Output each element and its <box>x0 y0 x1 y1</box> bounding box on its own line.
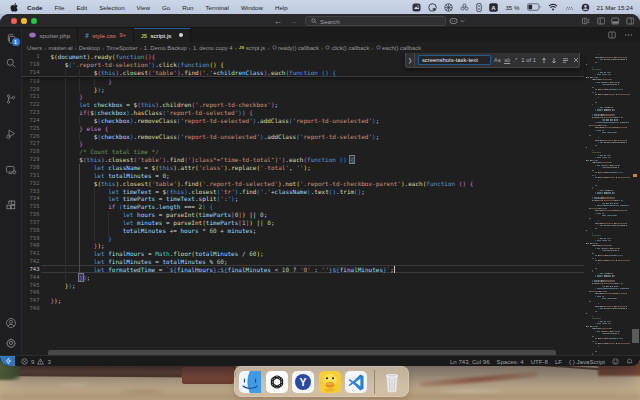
run-debug-icon[interactable] <box>0 128 22 140</box>
breadcrumb-item[interactable]: master-al <box>48 45 72 51</box>
line-number: 733 <box>22 188 40 196</box>
cursor-position[interactable]: Ln 743, Col 96 <box>450 358 490 365</box>
dirty-indicator[interactable] <box>179 33 183 37</box>
editor[interactable]: 719 }720 });721 }722 let checkbox = $(th… <box>22 53 640 366</box>
menu-app-name[interactable]: Code <box>18 4 48 11</box>
apple-menu[interactable] <box>10 3 18 12</box>
breadcrumb-item[interactable]: Users <box>27 45 42 51</box>
tab-label: spotter.php <box>40 32 71 39</box>
close-window-button[interactable] <box>11 18 18 25</box>
symbol-icon <box>325 45 330 50</box>
search-icon[interactable] <box>0 57 22 69</box>
feedback-smiley-icon[interactable] <box>612 358 619 365</box>
account-icon[interactable] <box>0 317 22 329</box>
breadcrumb-item[interactable]: Desktop <box>79 45 100 51</box>
settings-gear-icon[interactable] <box>0 337 22 349</box>
tab-script.js[interactable]: JSscript.js <box>134 28 191 42</box>
line-number: 727 <box>22 140 40 148</box>
regex-icon[interactable]: .* <box>514 57 518 63</box>
breadcrumb-item[interactable]: 1. demo copy 4 <box>193 45 233 51</box>
line-number: 744 <box>22 274 40 282</box>
breadcrumb-item[interactable]: TimeSpotter <box>106 45 137 51</box>
toggle-replace-chevron[interactable]: ❯ <box>406 53 415 67</box>
dock-finder-icon[interactable] <box>239 371 261 393</box>
knot-icon[interactable] <box>444 3 453 12</box>
customize-layout-icon[interactable] <box>582 17 591 25</box>
indentation[interactable]: Spaces: 4 <box>497 358 524 365</box>
breadcrumb-item[interactable]: each() callback <box>376 45 422 51</box>
find-input[interactable]: screenshots-task-text <box>418 55 491 65</box>
menu-item-terminal[interactable]: Terminal <box>200 4 235 11</box>
code-line: 736 let hours = parseInt(timeParts[0]) |… <box>22 211 584 219</box>
extensions-icon[interactable] <box>0 199 22 211</box>
breadcrumb-item[interactable]: click() callback <box>325 45 369 51</box>
zoom-window-button[interactable] <box>31 18 38 25</box>
tab-spotter.php[interactable]: spotter.php <box>22 28 78 42</box>
errors-count[interactable]: 9 <box>31 358 34 365</box>
dots-icon[interactable] <box>565 4 574 11</box>
command-center-search[interactable]: Search <box>305 16 446 26</box>
find-in-selection-icon[interactable] <box>562 57 569 64</box>
nav-back-button[interactable]: ← <box>274 17 282 26</box>
previous-match-icon[interactable] <box>541 57 547 64</box>
menu-item-run[interactable]: Run <box>176 4 199 11</box>
eol-sequence[interactable]: LF <box>555 358 562 365</box>
code-text: } <box>50 140 83 148</box>
dock-cyberduck-icon[interactable] <box>319 371 341 393</box>
encoding[interactable]: UTF-8 <box>531 358 548 365</box>
menu-item-go[interactable]: Go <box>156 4 176 11</box>
input-source-badge[interactable]: A <box>489 3 498 12</box>
dock-vscode-icon[interactable] <box>345 371 367 393</box>
minimap[interactable] <box>584 53 630 361</box>
whole-word-icon[interactable]: ab <box>504 57 510 63</box>
warnings-count[interactable]: 3 <box>47 358 50 365</box>
nav-forward-button[interactable]: → <box>289 17 297 26</box>
breadcrumb-separator: › <box>267 45 269 51</box>
code-text: if (timeParts.length === 2) { <box>50 203 213 211</box>
widget-battery-icon[interactable] <box>476 3 482 12</box>
wifi-icon[interactable] <box>548 3 558 11</box>
menu-item-selection[interactable]: Selection <box>93 4 130 11</box>
breadcrumb-item[interactable]: JSscript.js <box>239 45 266 51</box>
dock-chatgpt-icon[interactable] <box>266 371 288 393</box>
more-actions-icon[interactable] <box>624 31 633 39</box>
desktop: Code FileEditSelectionViewGoRunTerminalW… <box>0 0 640 400</box>
menu-item-help[interactable]: Help <box>269 4 294 11</box>
tab-bar: spotter.php#style.css9+JSscript.js <box>22 28 640 42</box>
tab-problems-badge: 9+ <box>119 32 126 38</box>
breadcrumb-item[interactable]: 1. Demo Backup <box>144 45 187 51</box>
screenshot-app-icon[interactable] <box>412 3 421 12</box>
minimize-window-button[interactable] <box>21 18 28 25</box>
globe-icon[interactable] <box>428 3 437 12</box>
line-number: 743 <box>22 266 40 274</box>
vertical-scrollbar-thumb[interactable] <box>632 329 639 343</box>
overview-ruler[interactable] <box>630 53 640 366</box>
flower-icon[interactable] <box>460 3 469 12</box>
match-case-icon[interactable]: Aa <box>494 57 501 63</box>
toggle-secondary-sidebar-icon[interactable] <box>626 17 635 25</box>
code-text: } else { <box>50 125 108 133</box>
remote-explorer-icon[interactable] <box>0 164 22 176</box>
menu-item-window[interactable]: Window <box>235 4 269 11</box>
code-line: 727 } <box>22 140 584 148</box>
dock-trash-icon[interactable] <box>381 371 403 393</box>
user-switch-icon[interactable] <box>581 3 590 12</box>
close-icon[interactable] <box>573 57 579 63</box>
vscode-window: ← → Search 1 <box>0 14 640 366</box>
split-editor-icon[interactable] <box>608 31 616 39</box>
css-file-icon: # <box>85 32 89 39</box>
source-control-icon[interactable] <box>0 93 22 105</box>
toggle-sidebar-icon[interactable] <box>597 17 606 25</box>
menu-item-view[interactable]: View <box>131 4 156 11</box>
next-match-icon[interactable] <box>551 57 557 64</box>
dock-yandex-icon[interactable]: Y <box>292 371 314 393</box>
breadcrumb-item[interactable]: ready() callback <box>272 45 319 51</box>
menu-item-file[interactable]: File <box>48 4 70 11</box>
menu-item-edit[interactable]: Edit <box>70 4 93 11</box>
notifications-bell-icon[interactable] <box>626 358 633 365</box>
tab-style.css[interactable]: #style.css9+ <box>78 28 134 42</box>
menu-clock[interactable]: 21 Mar 15:24 <box>597 4 633 11</box>
language-mode[interactable]: { } JavaScript <box>569 358 605 365</box>
copilot-icon[interactable] <box>449 17 465 25</box>
toggle-panel-icon[interactable] <box>611 17 620 25</box>
